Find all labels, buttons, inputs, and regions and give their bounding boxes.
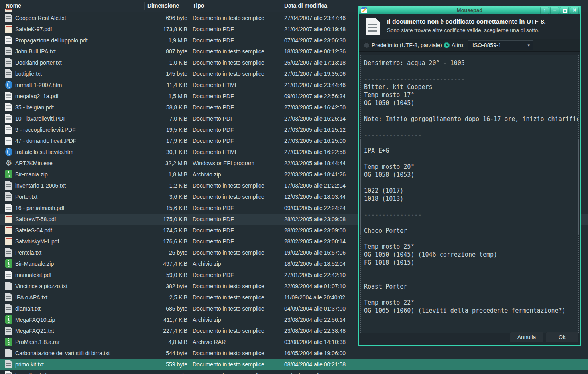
file-type: Documento in testo semplice	[193, 281, 264, 292]
file-row[interactable]: Carbonatazione dei vari stili di birra.t…	[0, 348, 588, 359]
file-date: 27/03/2005 alle 16:22:58	[284, 146, 346, 158]
file-size: 19,5 KiB	[132, 124, 187, 135]
document-text: Densimetro: acqua 20° - 1005 -----------…	[361, 55, 578, 315]
file-type: Archivio zip	[193, 258, 221, 269]
file-type: Documento in testo semplice	[193, 180, 264, 191]
text-file-icon	[5, 304, 12, 313]
file-row[interactable]: primo kit.txt 559 byte Documento in test…	[0, 359, 588, 370]
radio-other[interactable]	[444, 42, 450, 48]
file-date: 18/03/2007 alle 00:12:36	[284, 46, 346, 57]
file-name: IPA o APA.txt	[15, 292, 47, 303]
file-name: Porter.txt	[15, 191, 37, 202]
file-name: MegaFAQ21.txt	[15, 325, 54, 336]
column-divider	[190, 2, 190, 10]
file-type: Documento PDF	[193, 102, 234, 113]
close-button[interactable]	[570, 7, 578, 14]
file-size: 382 byte	[132, 281, 187, 292]
radio-default-utf8[interactable]	[364, 42, 370, 48]
file-size: 807 byte	[132, 46, 187, 57]
column-header-type[interactable]: Tipo	[193, 0, 204, 12]
ok-button[interactable]: Ok	[546, 332, 578, 342]
file-type: Documento in testo semplice	[193, 359, 264, 370]
file-name: trattatello sul lievito.htm	[15, 146, 73, 158]
file-type: Documento in testo semplice	[193, 247, 264, 258]
file-size: 32,2 MiB	[132, 158, 187, 169]
file-name: manualekit.pdf	[15, 269, 51, 281]
file-date: 27/03/2005 alle 16:25:00	[284, 135, 346, 146]
file-type: Documento in testo semplice	[193, 191, 264, 202]
pdf-document-icon	[5, 125, 12, 134]
column-header-date[interactable]: Data di modifica	[284, 0, 327, 12]
file-size: 4,8 MiB	[132, 336, 187, 348]
html-file-icon	[5, 81, 12, 89]
file-date: 17/03/2005 alle 21:22:04	[284, 180, 346, 191]
pdf-thumbnail-icon	[5, 226, 12, 234]
shade-button[interactable]	[541, 7, 549, 14]
pdf-document-icon	[5, 137, 12, 145]
file-size: 411,7 KiB	[132, 314, 187, 325]
file-size: 544 byte	[132, 348, 187, 359]
file-size: 175,0 KiB	[132, 214, 187, 225]
dialog-subheading: Sono state trovate altre codifiche valid…	[387, 27, 539, 33]
document-preview[interactable]: Densimetro: acqua 20° - 1005 -----------…	[360, 55, 579, 333]
file-size: 15,6 KiB	[132, 202, 187, 214]
partial-row-icon-sliver	[5, 9, 12, 12]
file-date: 28/02/2005 alle 23:09:00	[284, 225, 346, 236]
file-size: 685 byte	[132, 303, 187, 314]
pdf-document-icon	[5, 36, 12, 44]
file-type: Documento PDF	[193, 24, 234, 35]
file-type: Documento PDF	[193, 202, 234, 214]
file-type: Documento PDF	[193, 269, 234, 281]
encoding-options-bar: Predefinito (UTF-8, parziale) Altro: ISO…	[359, 39, 580, 52]
file-name: MegaFAQ10.zip	[15, 314, 55, 325]
file-name: 9 - raccoglierelieviti.PDF	[15, 124, 76, 135]
text-file-icon	[5, 69, 12, 78]
text-file-icon	[5, 349, 12, 357]
file-date: 12/03/2005 alle 18:03:44	[284, 191, 346, 202]
file-date: 27/03/2005 alle 16:25:14	[284, 113, 346, 124]
file-size: 227,4 KiB	[132, 325, 187, 336]
file-date: 27/03/2005 alle 16:25:12	[284, 124, 346, 135]
document-icon	[366, 18, 380, 35]
pdf-document-icon	[5, 103, 12, 111]
file-name: Bir-Manuale.zip	[15, 258, 54, 269]
column-header-size[interactable]: Dimensione	[147, 0, 179, 12]
file-date: 27/01/2005 alle 22:42:10	[284, 269, 346, 281]
file-date: 03/08/2004 alle 14:10:38	[284, 336, 346, 348]
text-file-icon	[5, 327, 12, 335]
file-type: Documento PDF	[193, 214, 234, 225]
file-size: 30,1 KiB	[132, 146, 187, 158]
file-name: 10 - lavarelieviti.PDF	[15, 113, 67, 124]
file-date: 27/03/2004 alle 00:19:56	[284, 370, 346, 374]
pdf-document-icon	[5, 271, 12, 279]
file-type: Documento in testo semplice	[193, 57, 264, 68]
file-size: 3,6 KiB	[132, 191, 187, 202]
chevron-down-icon: ▾	[527, 41, 530, 50]
file-date: 21/01/2007 alle 23:44:46	[284, 79, 346, 91]
pdf-thumbnail-icon	[5, 215, 12, 223]
radio-default-label[interactable]: Predefinito (UTF-8, parziale)	[372, 39, 442, 52]
file-type: Documento PDF	[193, 135, 234, 146]
file-row[interactable]: ingredienti kit.txt 2,6 KiB Documento in…	[0, 370, 588, 374]
column-divider	[281, 2, 281, 10]
pdf-document-icon	[5, 92, 12, 100]
file-name: ProMash.1.8.a.rar	[15, 336, 60, 348]
file-name: 35 - belgian.pdf	[15, 102, 54, 113]
file-date: 21/04/2007 alle 00:19:48	[284, 24, 346, 35]
text-file-icon	[5, 14, 12, 22]
maximize-button[interactable]	[560, 7, 568, 14]
file-date: 22/03/2005 alle 18:41:26	[284, 169, 346, 180]
file-date: 22/03/2005 alle 18:44:44	[284, 158, 346, 169]
radio-other-label[interactable]: Altro:	[452, 39, 465, 52]
file-size: 2,5 KiB	[132, 292, 187, 303]
titlebar[interactable]: Mousepad	[359, 6, 580, 14]
file-date: 27/03/2005 alle 16:42:50	[284, 102, 346, 113]
cancel-button[interactable]: Annulla	[510, 332, 543, 342]
file-type: Documento in testo semplice	[193, 46, 264, 57]
file-date: 28/02/2005 alle 23:00:14	[284, 236, 346, 247]
zip-archive-icon	[5, 259, 12, 268]
minimize-button[interactable]	[551, 7, 559, 14]
encoding-select[interactable]: ISO-8859-1 ▾	[468, 40, 533, 50]
file-size: 2,6 KiB	[132, 370, 187, 374]
file-type: Documento in testo semplice	[193, 303, 264, 314]
